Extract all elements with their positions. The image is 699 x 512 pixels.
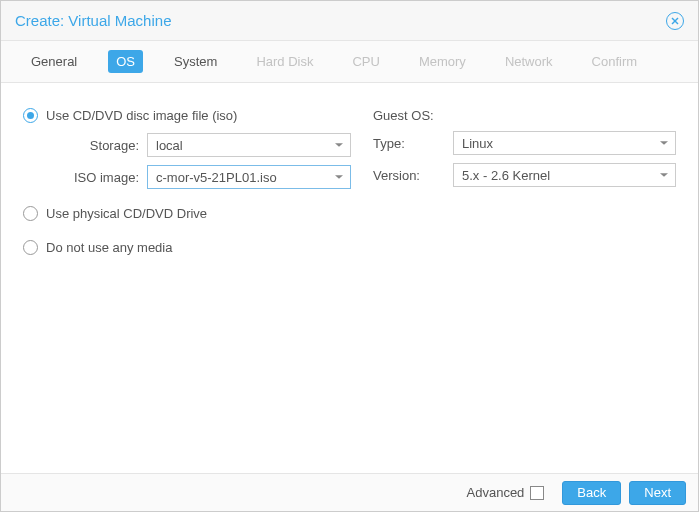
titlebar: Create: Virtual Machine	[1, 1, 698, 41]
chevron-down-icon	[660, 141, 668, 145]
iso-image-value: c-mor-v5-21PL01.iso	[156, 170, 277, 185]
next-button[interactable]: Next	[629, 481, 686, 505]
guest-version-value: 5.x - 2.6 Kernel	[462, 168, 550, 183]
close-icon	[671, 17, 679, 25]
radio-no-media-label: Do not use any media	[46, 240, 172, 255]
guest-version-row: Version: 5.x - 2.6 Kernel	[373, 161, 676, 189]
guest-os-column: Guest OS: Type: Linux Version: 5.x - 2.6…	[373, 101, 676, 455]
radio-use-iso-label: Use CD/DVD disc image file (iso)	[46, 108, 237, 123]
chevron-down-icon	[335, 143, 343, 147]
tab-network: Network	[497, 50, 561, 73]
radio-icon	[23, 206, 38, 221]
radio-use-iso[interactable]: Use CD/DVD disc image file (iso)	[23, 101, 351, 129]
close-button[interactable]	[666, 12, 684, 30]
chevron-down-icon	[660, 173, 668, 177]
advanced-checkbox[interactable]	[530, 486, 544, 500]
wizard-tabs: General OS System Hard Disk CPU Memory N…	[1, 41, 698, 83]
radio-no-media[interactable]: Do not use any media	[23, 233, 351, 261]
chevron-down-icon	[335, 175, 343, 179]
tab-memory: Memory	[411, 50, 474, 73]
tab-cpu: CPU	[344, 50, 387, 73]
tab-hard-disk: Hard Disk	[248, 50, 321, 73]
media-column: Use CD/DVD disc image file (iso) Storage…	[23, 101, 351, 455]
iso-image-combo[interactable]: c-mor-v5-21PL01.iso	[147, 165, 351, 189]
guest-version-label: Version:	[373, 168, 453, 183]
storage-row: Storage: local	[23, 131, 351, 159]
content-area: Use CD/DVD disc image file (iso) Storage…	[1, 83, 698, 473]
guest-type-combo[interactable]: Linux	[453, 131, 676, 155]
tab-general[interactable]: General	[23, 50, 85, 73]
guest-type-label: Type:	[373, 136, 453, 151]
guest-type-value: Linux	[462, 136, 493, 151]
tab-os[interactable]: OS	[108, 50, 143, 73]
tab-confirm: Confirm	[584, 50, 646, 73]
iso-image-label: ISO image:	[23, 170, 147, 185]
advanced-label: Advanced	[467, 485, 525, 500]
guest-os-heading: Guest OS:	[373, 101, 676, 129]
back-button[interactable]: Back	[562, 481, 621, 505]
create-vm-window: Create: Virtual Machine General OS Syste…	[0, 0, 699, 512]
radio-use-physical[interactable]: Use physical CD/DVD Drive	[23, 199, 351, 227]
storage-label: Storage:	[23, 138, 147, 153]
storage-value: local	[156, 138, 183, 153]
storage-combo[interactable]: local	[147, 133, 351, 157]
radio-icon	[23, 108, 38, 123]
iso-image-row: ISO image: c-mor-v5-21PL01.iso	[23, 163, 351, 191]
advanced-toggle[interactable]: Advanced	[467, 485, 545, 500]
radio-use-physical-label: Use physical CD/DVD Drive	[46, 206, 207, 221]
guest-type-row: Type: Linux	[373, 129, 676, 157]
footer: Advanced Back Next	[1, 473, 698, 511]
guest-version-combo[interactable]: 5.x - 2.6 Kernel	[453, 163, 676, 187]
window-title: Create: Virtual Machine	[15, 12, 171, 29]
tab-system[interactable]: System	[166, 50, 225, 73]
radio-icon	[23, 240, 38, 255]
